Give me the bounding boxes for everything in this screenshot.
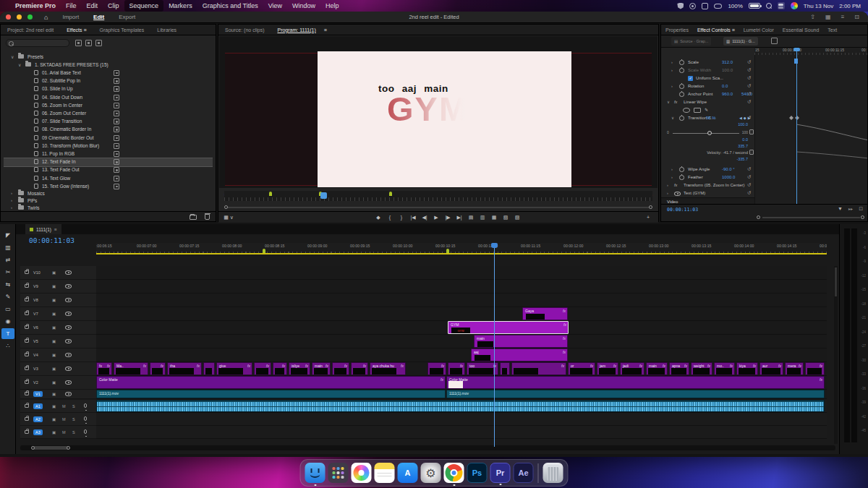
ec-row-transition-c-[interactable]: ∨Transition C...58 %◀◆▶↺: [661, 114, 754, 122]
clip-segment[interactable]: fx: [427, 362, 446, 375]
dock-launchpad-icon[interactable]: [328, 463, 349, 483]
zoom-button[interactable]: [27, 14, 33, 20]
track-header-v6[interactable]: V6▣: [20, 321, 96, 335]
menu-clip[interactable]: Clip: [103, 0, 124, 12]
eye-icon[interactable]: [674, 192, 681, 196]
clip-segment[interactable]: fx: [805, 362, 825, 375]
reset-icon[interactable]: ↺: [747, 190, 751, 196]
clip-segment[interactable]: [500, 362, 510, 375]
solo-icon[interactable]: S: [72, 417, 75, 421]
track-header-v7[interactable]: V7▣: [20, 307, 96, 321]
mic-icon[interactable]: [84, 403, 87, 408]
stopwatch-icon[interactable]: [679, 84, 684, 89]
mask-pen-icon[interactable]: ✎: [705, 107, 708, 112]
reset-icon[interactable]: ↺: [747, 91, 751, 97]
preset-item[interactable]: 08. Cinematic Border In: [4, 126, 213, 134]
dock-aftereffects-icon[interactable]: Ae: [514, 463, 534, 483]
ec-playhead[interactable]: [796, 48, 797, 204]
solo-icon[interactable]: S: [72, 430, 75, 435]
stopwatch-icon[interactable]: [679, 92, 684, 97]
clip-segment[interactable]: fx: [351, 362, 368, 375]
clip-main[interactable]: mainfx: [474, 335, 568, 348]
mic-icon[interactable]: [84, 416, 87, 421]
dock-photoshop-icon[interactable]: Ps: [467, 463, 488, 483]
ec-mini-ruler[interactable]: 1500:00:11:0000:00:11:1500:: [754, 48, 867, 55]
track-lane-a2[interactable]: [96, 413, 827, 426]
lock-icon[interactable]: [25, 353, 29, 356]
ec-scroll-knob[interactable]: [757, 215, 760, 219]
hscroll-thumb[interactable]: [33, 446, 69, 450]
sync-lock-icon[interactable]: ▣: [52, 417, 56, 421]
lock-icon[interactable]: [25, 284, 29, 288]
track-eye-icon[interactable]: [65, 339, 72, 343]
clip-mo..[interactable]: mo..fx: [714, 362, 735, 375]
track-header-v9[interactable]: V9▣: [20, 280, 96, 294]
track-lane-v4[interactable]: aajfx: [96, 348, 827, 362]
ec-row-wipe-angle[interactable]: ›Wipe Angle-90.0 °↺: [661, 166, 754, 174]
reset-icon[interactable]: ↺: [747, 59, 751, 65]
zoom-handle-left[interactable]: [31, 446, 35, 450]
nav-import[interactable]: Import: [62, 14, 79, 20]
preset-item[interactable]: 01. Arial Base Text: [4, 69, 213, 77]
quick-export-icon[interactable]: ⇧: [810, 14, 815, 20]
ec-source-tab[interactable]: ▤ Source · Grap...: [671, 37, 711, 46]
track-lane-v10[interactable]: [96, 266, 827, 280]
sync-lock-icon[interactable]: ▣: [52, 353, 56, 357]
stopwatch-icon[interactable]: [679, 60, 684, 65]
clip-segment[interactable]: fx: [254, 362, 271, 375]
clip-jadi[interactable]: jadifx: [620, 362, 644, 375]
lock-icon[interactable]: [25, 312, 29, 315]
stopwatch-icon[interactable]: [679, 116, 684, 121]
export-frame-icon[interactable]: ▦: [488, 212, 500, 223]
mic-icon[interactable]: [84, 429, 87, 434]
reset-icon[interactable]: ↺: [747, 221, 751, 222]
track-lane-v5[interactable]: mainfx: [96, 335, 827, 348]
stopwatch-icon[interactable]: [679, 68, 684, 73]
track-header-v3[interactable]: V3▣: [20, 362, 96, 376]
clip-segment[interactable]: fx: [273, 362, 287, 375]
solo-icon[interactable]: S: [72, 404, 75, 408]
lift-icon[interactable]: ▤: [465, 212, 477, 223]
tab-graphics-templates[interactable]: Graphics Templates: [93, 25, 151, 35]
lock-icon[interactable]: [25, 298, 29, 301]
track-eye-icon[interactable]: [65, 380, 72, 385]
preset-item[interactable]: 06. Zoom Out Center: [4, 109, 213, 117]
clip-Ma..[interactable]: Ma..fx: [114, 362, 148, 375]
tab-lumetri-color[interactable]: Lumetri Color: [739, 25, 778, 35]
overwrite-icon[interactable]: ▧: [500, 212, 511, 223]
track-header-v8[interactable]: V8▣: [20, 294, 96, 307]
clip-segment[interactable]: fx: [332, 362, 349, 375]
preset-item[interactable]: 04. Slide Out Down: [4, 93, 213, 101]
sync-lock-icon[interactable]: ▣: [52, 380, 56, 385]
tab-program[interactable]: Program: 1111(1): [271, 25, 322, 35]
clip-main[interactable]: mainfx: [312, 362, 331, 375]
menu-help[interactable]: Help: [320, 0, 344, 12]
clip-GYM[interactable]: GYMfxGYM: [448, 321, 569, 334]
mute-icon[interactable]: M: [62, 430, 66, 435]
preset-item[interactable]: 11. Pop In RGB: [4, 150, 213, 158]
tab-properties[interactable]: Properties: [661, 25, 693, 35]
stopwatch-icon[interactable]: [679, 167, 684, 172]
workspaces-icon[interactable]: ▦: [825, 14, 831, 20]
track-lane-v3[interactable]: fxfxMa..fxfxthafxgivefxfxfxisliyefxmainf…: [96, 362, 827, 376]
step-back-icon[interactable]: ◀|: [419, 212, 430, 223]
param-value[interactable]: 58 %: [706, 116, 716, 120]
marker-icon[interactable]: ◆: [373, 212, 384, 223]
param-value[interactable]: 100.0: [722, 68, 733, 72]
sync-lock-icon[interactable]: ▣: [52, 430, 56, 435]
tab-source[interactable]: Source: (no clips): [218, 25, 271, 35]
lock-icon[interactable]: [25, 404, 29, 408]
scroll-knob-right[interactable]: [649, 205, 652, 209]
sync-lock-icon[interactable]: ▣: [52, 339, 56, 343]
lock-icon[interactable]: [25, 430, 29, 434]
sync-lock-icon[interactable]: ▣: [52, 404, 56, 408]
dock-premiere-icon[interactable]: Pr: [490, 463, 511, 483]
mute-icon[interactable]: M: [62, 417, 66, 421]
clip-segment[interactable]: [96, 400, 825, 412]
lock-icon[interactable]: [25, 380, 29, 384]
track-lane-a1[interactable]: [96, 400, 827, 413]
dock-settings-icon[interactable]: ⚙: [421, 463, 441, 483]
tree-group[interactable]: ∨1. SKTADAS FREE PRESETS (15): [4, 61, 213, 69]
preset-item[interactable]: 07. Slide Transition: [4, 118, 213, 126]
ec-row-undefined[interactable]: ✎: [661, 106, 754, 114]
